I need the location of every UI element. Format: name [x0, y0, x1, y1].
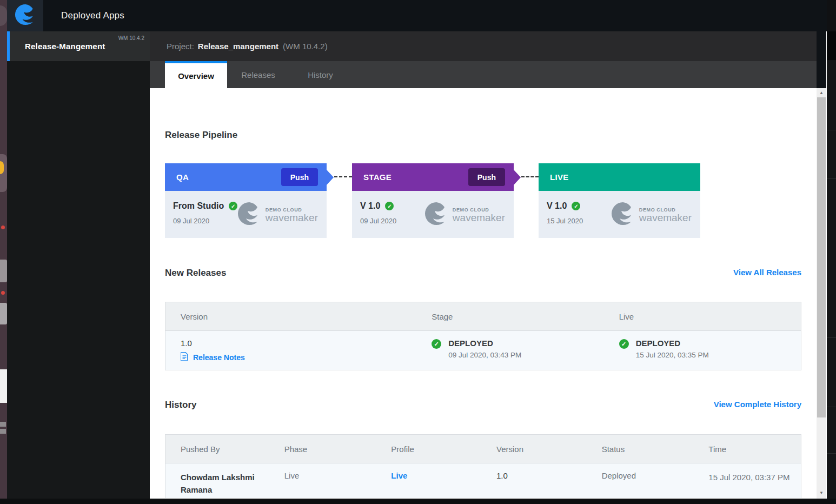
live-time: 15 Jul 2020, 03:35 PM: [636, 351, 709, 359]
wavemaker-logo-icon: [15, 4, 36, 28]
qa-arrow-shape: [327, 170, 334, 185]
dock-icon-fragment: [0, 429, 6, 434]
stage-card-body: V 1.0 ✓ 09 Jul 2020 DEMO CLOUD wavemaker: [352, 191, 514, 238]
project-name: Release_mangement: [198, 42, 278, 51]
sidebar-project-name: Release-Mangement: [25, 42, 105, 51]
status-cell: Deployed: [587, 463, 694, 498]
live-deploy-date: 15 Jul 2020: [547, 217, 583, 225]
wavemaker-label: wavemaker: [453, 213, 505, 223]
history-title: History: [165, 400, 197, 410]
wavemaker-logo-tile[interactable]: [7, 0, 43, 31]
dock-icon-fragment: [0, 303, 7, 324]
live-status: DEPLOYED: [636, 339, 709, 348]
wavemaker-wave-icon: [237, 202, 261, 228]
scroll-down-icon[interactable]: ▼: [817, 488, 826, 498]
dock-icon-fragment: [0, 369, 7, 403]
column-header-version: Version: [165, 312, 416, 321]
column-header-status: Status: [587, 445, 694, 454]
live-stage-header: LIVE: [539, 163, 700, 191]
history-table: Pushed By Phase Profile Version Status T…: [165, 434, 801, 498]
background-window-strip: [0, 0, 7, 504]
view-complete-history-link[interactable]: View Complete History: [714, 400, 801, 409]
dock-icon-fragment: [0, 5, 7, 26]
qa-stage-name: QA: [176, 173, 189, 182]
wavemaker-wave-icon: [611, 202, 635, 228]
stage-stage-name: STAGE: [363, 173, 392, 182]
qa-deploy-date: 09 Jul 2020: [173, 217, 209, 225]
new-releases-table: Version Stage Live 1.0: [165, 302, 801, 370]
stage-arrow-shape: [514, 170, 521, 185]
column-header-live: Live: [604, 312, 801, 321]
phase-cell: Live: [269, 463, 376, 498]
column-header-time: Time: [693, 445, 801, 454]
stage-deploy-date: 09 Jul 2020: [360, 217, 396, 225]
check-circle-icon: ✓: [385, 202, 394, 210]
new-releases-table-header: Version Stage Live: [165, 302, 801, 331]
pushed-by-cell: Chowdam Lakshmi Ramana: [165, 463, 269, 498]
stage-stage-header: STAGE Push: [352, 163, 514, 191]
column-header-version: Version: [481, 445, 587, 454]
bottom-window-edge: [0, 499, 836, 504]
qa-card-body: From Studio ✓ 09 Jul 2020 DEMO CLOUD wav…: [165, 191, 327, 238]
strip-divider: [827, 407, 836, 407]
page-title: Deployed Apps: [61, 10, 124, 21]
tab-history[interactable]: History: [289, 61, 351, 88]
dock-badge-fragment: [1, 291, 5, 295]
profile-live-link[interactable]: Live: [391, 471, 407, 480]
qa-push-button[interactable]: Push: [281, 168, 318, 186]
tab-overview[interactable]: Overview: [165, 61, 227, 88]
dock-badge-fragment: [1, 226, 5, 229]
column-header-phase: Phase: [269, 445, 376, 454]
project-label: Project:: [167, 42, 194, 51]
check-circle-icon: ✓: [229, 202, 237, 210]
check-circle-icon: ✓: [432, 339, 441, 349]
pipeline-card-stage: STAGE Push V 1.0 ✓ 09 Jul 2020: [352, 163, 514, 238]
scroll-up-icon[interactable]: ▲: [817, 88, 826, 97]
stage-push-button[interactable]: Push: [468, 168, 505, 186]
live-status-cell: ✓ DEPLOYED 15 Jul 2020, 03:35 PM: [604, 331, 801, 370]
pipeline-card-qa: QA Push From Studio ✓ 09 Jul 2020: [165, 163, 327, 238]
table-row: Chowdam Lakshmi Ramana Live Live 1.0 Dep…: [165, 463, 801, 498]
history-table-header: Pushed By Phase Profile Version Status T…: [165, 435, 801, 463]
tab-releases[interactable]: Releases: [227, 61, 289, 88]
project-version: (WM 10.4.2): [283, 42, 328, 51]
new-releases-title: New Releases: [165, 268, 226, 278]
demo-cloud-label: DEMO CLOUD: [639, 207, 692, 213]
column-header-pushed-by: Pushed By: [165, 445, 269, 454]
view-all-releases-link[interactable]: View All Releases: [733, 268, 801, 277]
sidebar: Release-Mangement WM 10.4.2: [7, 31, 150, 499]
table-row: 1.0 Release Notes: [165, 331, 801, 370]
sidebar-item-project[interactable]: Release-Mangement WM 10.4.2: [7, 31, 150, 61]
overview-content: Release Pipeline QA Push From Studio ✓ 0…: [150, 88, 817, 499]
version-value: 1.0: [181, 339, 416, 348]
vertical-scrollbar[interactable]: ▲ ▼: [817, 88, 826, 499]
sidebar-project-version: WM 10.4.2: [118, 35, 144, 41]
time-cell: 15 Jul 2020, 03:37 PM: [693, 463, 801, 498]
deployed-apps-window: Deployed Apps Release-Mangement WM 10.4.…: [0, 0, 836, 504]
release-pipeline-title: Release Pipeline: [165, 130, 237, 141]
qa-stage-header: QA Push: [165, 163, 327, 191]
strip-divider: [827, 337, 836, 338]
strip-divider: [827, 178, 836, 179]
column-header-profile: Profile: [376, 445, 481, 454]
wavemaker-label: wavemaker: [266, 213, 318, 223]
demo-cloud-logo: DEMO CLOUD wavemaker: [237, 202, 318, 228]
demo-cloud-label: DEMO CLOUD: [266, 207, 318, 213]
strip-divider: [827, 130, 836, 130]
pipeline-connector: [334, 176, 352, 177]
dock-icon-fragment: [0, 161, 4, 174]
live-card-body: V 1.0 ✓ 15 Jul 2020 DEMO CLOUD wavemaker: [539, 191, 700, 238]
live-version-label: V 1.0: [547, 201, 567, 211]
scrollbar-thumb[interactable]: [817, 97, 826, 417]
dock-icon-fragment: [0, 260, 7, 282]
pipeline-connector: [521, 176, 539, 177]
background-window-strip-right: [827, 0, 836, 504]
demo-cloud-logo: DEMO CLOUD wavemaker: [611, 202, 692, 228]
column-header-stage: Stage: [416, 312, 603, 321]
qa-version-label: From Studio: [173, 201, 224, 211]
project-header: Project: Release_mangement (WM 10.4.2): [150, 31, 817, 61]
release-notes-link[interactable]: Release Notes: [193, 353, 245, 362]
wavemaker-label: wavemaker: [639, 213, 692, 223]
demo-cloud-logo: DEMO CLOUD wavemaker: [424, 202, 505, 228]
pipeline-card-live: LIVE V 1.0 ✓ 15 Jul 2020: [539, 163, 700, 238]
